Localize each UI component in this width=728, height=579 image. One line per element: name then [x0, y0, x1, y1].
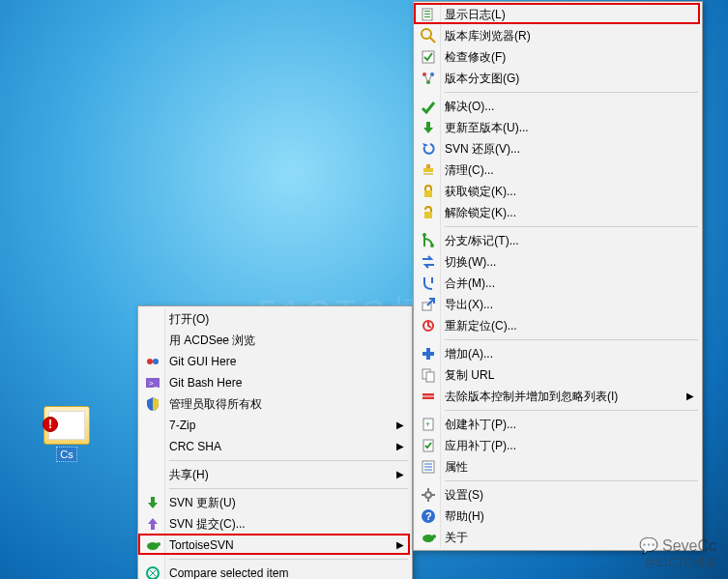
about-icon [421, 530, 436, 545]
menu-item-label: 清理(C)... [445, 162, 494, 179]
desktop-folder[interactable]: ! Cs [39, 406, 95, 464]
ctxmenu-svnupd[interactable]: SVN 更新(U) [140, 492, 410, 513]
apatch-icon [421, 438, 436, 453]
ctxmenu-gitgui[interactable]: Git GUI Here [140, 351, 410, 372]
ctxmenu-acdsee[interactable]: 用 ACDSee 浏览 [140, 330, 410, 351]
svg-rect-29 [426, 372, 434, 382]
tsvnmenu-repo[interactable]: 版本库浏览器(R) [416, 25, 700, 46]
menu-item-label: 分支/标记(T)... [445, 233, 519, 249]
tsvnmenu-cleanup[interactable]: 清理(C)... [416, 159, 700, 181]
resolve-icon [421, 99, 436, 114]
tsvnmenu-revgraph[interactable]: 版本分支图(G) [416, 68, 700, 89]
update-icon [421, 120, 436, 135]
tsvnmenu-getlock[interactable]: 获取锁定(K)... [416, 181, 700, 202]
copy-icon [421, 367, 436, 383]
menu-item-label: 版本分支图(G) [445, 71, 519, 87]
props-icon [421, 459, 436, 475]
blank-icon [145, 311, 160, 327]
svg-line-12 [430, 38, 435, 43]
menu-item-label: 去除版本控制并增加到忽略列表(I) [445, 389, 618, 405]
tsvnmenu-settings[interactable]: 设置(S) [416, 484, 700, 506]
graph-icon [421, 71, 436, 86]
svg-point-39 [425, 492, 431, 498]
svg-point-5 [157, 542, 160, 546]
menu-item-label: TortoiseSVN [169, 538, 234, 552]
svg-rect-27 [422, 352, 434, 356]
tsvnmenu-merge[interactable]: 合并(M)... [416, 273, 700, 294]
tsvnmenu-cpatch[interactable]: +创建补丁(P)... [416, 414, 700, 435]
tsvnmenu-copyurl[interactable]: 复制 URL [416, 364, 700, 386]
tsvnmenu-branch[interactable]: 分支/标记(T)... [416, 230, 700, 251]
tsvnmenu-showlog[interactable]: 显示日志(L) [416, 4, 700, 25]
ctxmenu-admin[interactable]: 管理员取得所有权 [140, 393, 410, 415]
tsvnmenu-revert[interactable]: SVN 还原(V)... [416, 138, 700, 159]
submenu-arrow-icon: ▶ [396, 441, 404, 451]
svn-modified-overlay-icon: ! [43, 417, 58, 432]
menu-item-label: Git GUI Here [169, 355, 236, 368]
menu-item-label: 应用补丁(P)... [445, 438, 516, 454]
svg-point-22 [422, 233, 426, 237]
tsvnmenu-check[interactable]: 检查修改(F) [416, 46, 700, 68]
svg-text:+: + [425, 420, 430, 429]
menu-item-label: 解除锁定(K)... [445, 205, 516, 221]
log-icon [421, 7, 436, 22]
svg-rect-9 [424, 14, 430, 14]
svg-text:>_: >_ [149, 379, 159, 388]
menu-item-label: 增加(A)... [445, 346, 493, 362]
menu-item-label: 帮助(H) [445, 508, 484, 525]
submenu-arrow-icon: ▶ [686, 391, 694, 401]
menu-item-label: SVN 还原(V)... [445, 141, 520, 158]
tsvnmenu-props[interactable]: 属性 [416, 456, 700, 478]
git-bash-icon: >_ [145, 375, 160, 391]
svg-rect-8 [424, 11, 430, 12]
svg-point-23 [430, 244, 434, 247]
lock-icon [421, 184, 436, 199]
compare-icon [145, 565, 160, 579]
menu-item-label: 管理员取得所有权 [169, 396, 262, 413]
unlock-icon [421, 205, 436, 220]
svg-point-0 [147, 359, 153, 364]
menu-separator [169, 460, 408, 461]
menu-item-label: 7-Zip [169, 419, 195, 432]
submenu-arrow-icon: ▶ [396, 420, 404, 430]
ctxmenu-share[interactable]: 共享(H)▶ [140, 464, 410, 485]
menu-item-label: 切换(W)... [445, 254, 496, 271]
menu-separator [169, 488, 408, 489]
tsvnmenu-switch[interactable]: 切换(W)... [416, 251, 700, 273]
context-menu: 打开(O)用 ACDSee 浏览Git GUI Here>_Git Bash H… [137, 305, 413, 579]
tsvnmenu-resolve[interactable]: 解决(O)... [416, 96, 700, 117]
blank-icon [145, 418, 160, 433]
blank-icon [145, 439, 160, 454]
menu-item-label: 导出(X)... [445, 297, 493, 313]
menu-item-label: SVN 更新(U) [169, 495, 236, 511]
tsvnmenu-relocate[interactable]: 重新定位(C)... [416, 315, 700, 336]
svg-rect-10 [424, 16, 430, 17]
menu-separator [445, 226, 698, 227]
tsvnmenu-apatch[interactable]: 应用补丁(P)... [416, 435, 700, 456]
menu-item-label: CRC SHA [169, 440, 221, 453]
svn-commit-icon [145, 516, 160, 532]
tsvnmenu-help[interactable]: ?帮助(H) [416, 506, 700, 527]
menu-separator [445, 480, 698, 481]
menu-item-label: 显示日志(L) [445, 7, 506, 23]
ctxmenu-crcsha[interactable]: CRC SHA▶ [140, 436, 410, 457]
ctxmenu-7zip[interactable]: 7-Zip▶ [140, 415, 410, 436]
tsvnmenu-rellock[interactable]: 解除锁定(K)... [416, 202, 700, 223]
tsvnmenu-update[interactable]: 更新至版本(U)... [416, 117, 700, 138]
ignore-icon [421, 389, 436, 404]
tsvnmenu-add[interactable]: 增加(A)... [416, 343, 700, 364]
tsvnmenu-unversion[interactable]: 去除版本控制并增加到忽略列表(I)▶ [416, 386, 700, 407]
menu-separator [169, 559, 408, 560]
relocate-icon [421, 318, 436, 333]
svg-rect-18 [426, 164, 430, 168]
ctxmenu-tsvn[interactable]: TortoiseSVN▶ [140, 535, 410, 556]
ctxmenu-compare[interactable]: Compare selected item [140, 563, 410, 579]
ctxmenu-open[interactable]: 打开(O) [140, 308, 410, 330]
ctxmenu-svncommit[interactable]: SVN 提交(C)... [140, 513, 410, 535]
menu-item-label: 设置(S) [445, 487, 483, 504]
cpatch-icon: + [421, 417, 436, 432]
ctxmenu-gitbash[interactable]: >_Git Bash Here [140, 372, 410, 393]
tsvnmenu-export[interactable]: 导出(X)... [416, 294, 700, 315]
branch-icon [421, 233, 436, 248]
menu-item-label: 属性 [445, 459, 468, 476]
